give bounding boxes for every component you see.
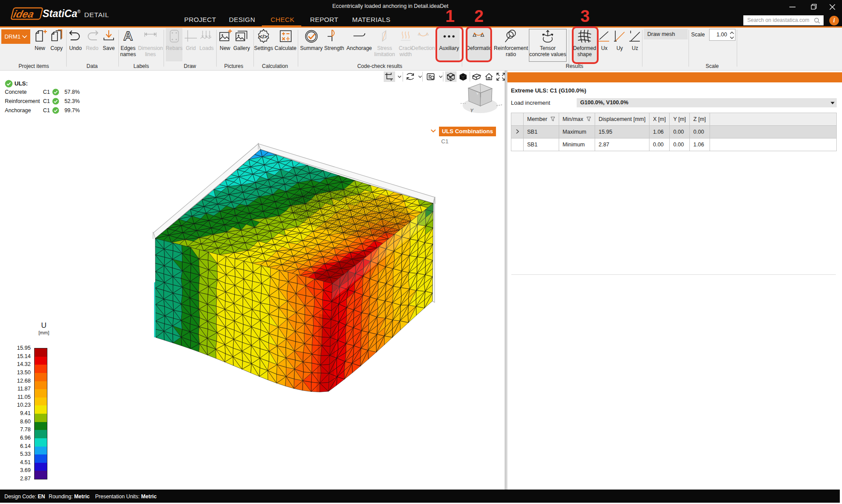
svg-text:</>: </> — [259, 33, 268, 40]
svg-text:A: A — [123, 29, 133, 43]
svg-text:idea: idea — [12, 8, 35, 20]
